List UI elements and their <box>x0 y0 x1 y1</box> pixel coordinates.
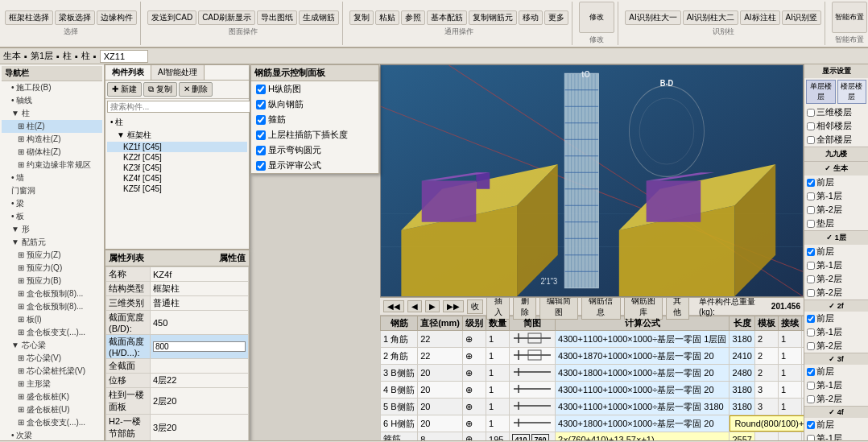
check-3f-cur[interactable]: 前层 <box>804 365 868 378</box>
col-new-btn[interactable]: ✚ 新建 <box>107 82 142 97</box>
tb-btn-export[interactable]: 导出图纸 <box>257 10 297 25</box>
check-adj-floor[interactable]: 相邻楼层 <box>804 119 868 133</box>
sidebar-item-count2[interactable]: ⊞ 盒仓板变支(...)... <box>2 416 102 429</box>
tree-kz3[interactable]: KZ3f [C45] <box>107 163 247 173</box>
rebar-check-formula[interactable]: 显示评审公式 <box>251 158 378 173</box>
rebar-btn-collapse[interactable]: 收 <box>467 299 483 314</box>
rebar-btn-insert[interactable]: 插入 <box>486 297 510 320</box>
tb-btn-gen-rebar[interactable]: 生成钢筋 <box>299 10 339 25</box>
rebar-check-vertical[interactable]: 纵向钢筋 <box>251 97 378 112</box>
sidebar-item-slab[interactable]: • 梁 <box>2 197 102 210</box>
check-1f-below[interactable]: 第-2层 <box>804 286 868 299</box>
cb-1f-1[interactable] <box>807 262 815 270</box>
cb-4f-cur[interactable] <box>807 421 815 429</box>
cb-4f-1[interactable] <box>807 435 815 441</box>
check-all-floor[interactable]: 全部楼层 <box>804 133 868 147</box>
check-sheng-1[interactable]: 第-1层 <box>804 189 868 203</box>
prop-val-h2[interactable]: 3层20 <box>151 415 249 441</box>
cb-sheng-cur[interactable] <box>807 179 815 187</box>
rebar-cb-vertical[interactable] <box>256 100 266 109</box>
check-sheng-2[interactable]: 第-2层 <box>804 203 868 217</box>
check-sheng-cur[interactable]: 前层 <box>804 176 868 189</box>
sidebar-item-door[interactable]: • 墙 <box>2 171 102 184</box>
prop-val-col-floor[interactable]: 2层20 <box>151 388 249 415</box>
cb-sheng-pad[interactable] <box>807 220 815 228</box>
check-1f-cur[interactable]: 前层 <box>804 245 868 258</box>
rebar-table-wrapper[interactable]: 钢筋 直径(mm) 级别 数量 简图 计算公式 长度 模板 接续 损耗% <box>380 316 804 440</box>
sidebar-item-rebar-group[interactable]: ▼ 配筋元 <box>2 236 102 249</box>
check-2f-1[interactable]: 第-1层 <box>804 325 868 339</box>
col-copy-btn[interactable]: ⧉ 复制 <box>143 82 177 97</box>
tb-btn-smart-layout[interactable]: 智能布置 <box>832 2 867 33</box>
rebar-cb-hook[interactable] <box>256 146 266 155</box>
tb-btn-cad-refresh[interactable]: CAD刷新显示 <box>198 10 255 25</box>
tb-btn-basic-rebar[interactable]: 基本配筋 <box>427 10 467 25</box>
tb-btn-ai2[interactable]: AI识别柱大二 <box>683 10 738 25</box>
cb-sheng-1[interactable] <box>807 192 815 200</box>
check-3f-1[interactable]: 第-1层 <box>804 378 868 392</box>
rebar-btn-other[interactable]: 其他 <box>666 297 689 320</box>
tree-kz4[interactable]: KZ4f [C45] <box>107 173 247 184</box>
check-sheng-pad[interactable]: 垫层 <box>804 217 868 230</box>
cb-all-floor[interactable] <box>807 136 815 144</box>
tree-frame-col[interactable]: ▼ 框架柱 <box>107 129 247 142</box>
btn-multi-floor[interactable]: 楼层楼层 <box>837 80 867 104</box>
tb-btn-ai4[interactable]: AI识别竖 <box>782 10 821 25</box>
rebar-nav-next[interactable]: ▶ <box>425 300 440 312</box>
prop-val-full[interactable] <box>151 359 249 374</box>
table-row[interactable]: 箍筋 8 ⊕ 195 410 760 2×(760+410)+13.57×+1) <box>381 432 804 441</box>
rebar-btn-rebar-info[interactable]: 钢筋信息 <box>581 297 620 320</box>
check-3f-2[interactable]: 第-2层 <box>804 392 868 406</box>
sidebar-item-box-l[interactable]: ⊞ 盒仓板变支(...)... <box>2 326 102 339</box>
rebar-check-stirrup[interactable]: 箍筋 <box>251 112 378 127</box>
sidebar-item-prestress-z[interactable]: ⊞ 预应力(Z) <box>2 249 102 262</box>
rebar-cb-stirrup[interactable] <box>256 115 266 125</box>
prop-val-struct[interactable]: 框架柱 <box>151 282 249 296</box>
cb-1f-2[interactable] <box>807 275 815 283</box>
sidebar-item-beam[interactable]: 门窗洞 <box>2 184 102 197</box>
tb-btn-ref[interactable]: 参照 <box>401 10 425 25</box>
sidebar-item-col-c[interactable]: ⊞ 砌体柱(Z) <box>2 146 102 159</box>
sidebar-item-prestress-q[interactable]: ⊞ 预应力(Q) <box>2 262 102 275</box>
sidebar-item-col-group[interactable]: ▼ 柱 <box>2 107 102 120</box>
cb-3d-floor[interactable] <box>807 109 815 117</box>
sidebar-item-count-t[interactable]: ⊞ 盒仓板预制(8)... <box>2 300 102 313</box>
rebar-cb-hz[interactable] <box>256 85 266 94</box>
cb-1f-below[interactable] <box>807 289 815 297</box>
view-3d[interactable]: B-D 2'1"3 tO <box>380 64 804 297</box>
cb-2f-2[interactable] <box>807 342 815 350</box>
rebar-check-insert[interactable]: 上层柱插筋下插长度 <box>251 127 378 143</box>
sidebar-item-construction[interactable]: • 施工段(B) <box>2 81 102 94</box>
col-tab-list[interactable]: 构件列表 <box>105 65 151 80</box>
prop-val-3dtype[interactable]: 普通柱 <box>151 296 249 311</box>
prop-val-name[interactable]: KZ4f <box>151 267 249 282</box>
tb-btn-send-cad[interactable]: 发送到CAD <box>147 10 196 25</box>
cb-3f-1[interactable] <box>807 382 815 390</box>
rebar-check-hz[interactable]: H纵筋图 <box>251 81 378 97</box>
rebar-check-hook[interactable]: 显示弯钩圆元 <box>251 143 378 158</box>
tree-kz1[interactable]: KZ1f [C45] <box>107 142 247 152</box>
check-3d-floor[interactable]: 三维楼层 <box>804 105 868 119</box>
sidebar-item-slab-l[interactable]: ⊞ 板(l) <box>2 313 102 326</box>
check-1f-2[interactable]: 第-2层 <box>804 272 868 286</box>
rebar-nav-last[interactable]: ▶▶ <box>443 300 464 312</box>
tb-btn-ai1[interactable]: AI识别柱大一 <box>625 10 680 25</box>
table-row[interactable]: 1 角筋 22 ⊕ 1 4300+1100+1 <box>381 331 804 348</box>
cb-1f-cur[interactable] <box>807 248 815 256</box>
prop-val-height[interactable] <box>151 335 249 359</box>
tree-kz5[interactable]: KZ5f [C45] <box>107 184 247 194</box>
sidebar-item-core-edge[interactable]: ⊞ 芯心梁桩托梁(V) <box>2 365 102 378</box>
check-4f-1[interactable]: 第-1层 <box>804 432 868 440</box>
sidebar-item-shape[interactable]: • 板 <box>2 210 102 223</box>
tb-btn-modify[interactable]: 修改 <box>579 2 614 33</box>
sidebar-item-col-b[interactable]: ⊞ 构造柱(Z) <box>2 133 102 146</box>
cb-3f-2[interactable] <box>807 395 815 403</box>
rebar-cb-insert[interactable] <box>256 130 266 140</box>
check-1f-1[interactable]: 第-1层 <box>804 258 868 272</box>
rebar-nav-first[interactable]: ◀◀ <box>383 300 404 312</box>
tb-btn-copy-rebar[interactable]: 复制钢筋元 <box>469 10 517 25</box>
tb-btn-more[interactable]: 更多 <box>544 10 568 25</box>
check-2f-cur[interactable]: 前层 <box>804 312 868 325</box>
btn-single-floor[interactable]: 单层楼层 <box>806 80 836 104</box>
tb-btn-move[interactable]: 移动 <box>519 10 543 25</box>
